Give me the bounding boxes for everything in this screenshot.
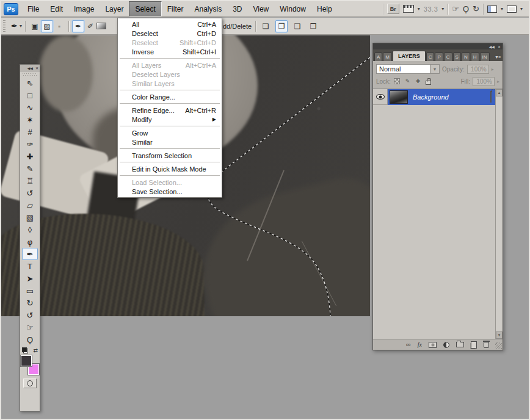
chevron-down-icon[interactable]: ▾: [20, 23, 22, 29]
launch-bridge-button[interactable]: Br: [387, 4, 399, 14]
tool-spot-healing[interactable]: ✚: [22, 150, 38, 162]
add-to-path-area-button[interactable]: ❏: [260, 20, 272, 32]
arrange-documents-icon[interactable]: [487, 5, 497, 13]
add-layer-mask-icon[interactable]: [429, 342, 437, 348]
menu-item-grow[interactable]: Grow: [118, 128, 221, 137]
zoom-tool-icon[interactable]: Ϙ: [463, 5, 469, 13]
tool-clone-stamp[interactable]: ♖: [22, 175, 38, 187]
screen-mode-icon[interactable]: [507, 5, 517, 13]
panel-tab-a[interactable]: A: [374, 52, 382, 61]
menu-analysis[interactable]: Analysis: [189, 1, 227, 16]
layer-thumbnail[interactable]: [390, 90, 408, 104]
freeform-pen-tool-button[interactable]: ✐: [84, 20, 96, 32]
scroll-up-icon[interactable]: ▲: [496, 89, 503, 96]
foreground-color-swatch[interactable]: [21, 355, 32, 366]
menu-image[interactable]: Image: [68, 1, 100, 16]
shape-layers-mode-button[interactable]: ▣: [29, 20, 41, 32]
auto-add-delete-label[interactable]: dd/Delete: [223, 23, 252, 30]
lock-image-icon[interactable]: ✎: [404, 78, 412, 85]
menu-view[interactable]: View: [247, 1, 274, 16]
blend-mode-select[interactable]: Normal ▾: [376, 64, 440, 74]
delete-layer-icon[interactable]: [484, 342, 489, 348]
fill-spinner-icon[interactable]: ▸: [497, 79, 499, 84]
tool-type[interactable]: T: [22, 260, 38, 272]
menu-item-load-selection[interactable]: Load Selection...: [118, 178, 221, 187]
close-icon[interactable]: ✕: [35, 66, 38, 70]
menu-layer[interactable]: Layer: [100, 1, 129, 16]
menu-item-all[interactable]: AllCtrl+A: [118, 20, 221, 29]
tool-history-brush[interactable]: ↺: [22, 187, 38, 199]
paths-mode-button[interactable]: ▨: [41, 20, 53, 32]
tool-gradient[interactable]: ▧: [22, 211, 38, 223]
tools-palette-grip[interactable]: [23, 73, 37, 76]
panel-tab-m[interactable]: M: [383, 52, 392, 61]
close-icon[interactable]: ✕: [498, 45, 501, 49]
chevron-down-icon[interactable]: ▾: [418, 6, 420, 12]
menu-item-color-range[interactable]: Color Range...: [118, 92, 221, 101]
link-layers-icon[interactable]: ∞: [406, 341, 411, 348]
default-colors-icon[interactable]: [22, 347, 28, 353]
panel-tab-c[interactable]: C: [444, 52, 452, 61]
tool-zoom[interactable]: Ϙ: [22, 333, 38, 346]
panel-menu-icon[interactable]: ▼≡: [493, 55, 501, 61]
panel-tab-p[interactable]: P: [435, 52, 443, 61]
opacity-value-field[interactable]: 100%: [467, 65, 489, 74]
menu-item-similar-layers[interactable]: Similar Layers: [118, 79, 221, 88]
rotate-view-icon[interactable]: ↻: [473, 5, 479, 13]
chevron-down-icon[interactable]: ▾: [501, 6, 503, 12]
panel-tab-in[interactable]: IN: [480, 52, 490, 61]
panel-tab-h[interactable]: H: [471, 52, 479, 61]
menu-select[interactable]: Select: [129, 1, 161, 16]
tool-lasso[interactable]: ∿: [22, 101, 38, 114]
options-bar-grip[interactable]: [3, 20, 5, 32]
subtract-from-path-area-button[interactable]: ❐: [275, 20, 288, 32]
panel-tab-c[interactable]: C: [426, 52, 435, 61]
tool-shape[interactable]: ▭: [22, 284, 38, 297]
menu-item-similar[interactable]: Similar: [118, 137, 221, 147]
tool-path-selection[interactable]: ➤: [22, 272, 38, 284]
scroll-down-icon[interactable]: ▼: [496, 331, 503, 339]
exclude-path-areas-button[interactable]: ❒: [307, 20, 319, 32]
pen-tool-preset-icon[interactable]: ✒: [9, 21, 20, 31]
menu-window[interactable]: Window: [274, 1, 311, 16]
photoshop-logo[interactable]: Ps: [4, 3, 18, 15]
lock-transparency-icon[interactable]: [393, 78, 401, 85]
chevron-down-icon[interactable]: ▾: [430, 65, 439, 73]
fill-pixels-mode-button[interactable]: ▪: [53, 20, 65, 32]
layer-row-main[interactable]: Background: [388, 89, 495, 105]
menu-item-edit-in-quick-mask-mode[interactable]: Edit in Quick Mask Mode: [118, 164, 221, 173]
hand-tool-icon[interactable]: ☞: [452, 5, 459, 13]
tool-pen[interactable]: ✒: [22, 248, 38, 260]
menu-help[interactable]: Help: [311, 1, 338, 16]
menu-item-inverse[interactable]: InverseShift+Ctrl+I: [118, 47, 221, 56]
layer-row-background[interactable]: Background: [373, 89, 495, 105]
menu-item-all-layers[interactable]: All LayersAlt+Ctrl+A: [118, 60, 221, 70]
tool-marquee[interactable]: □: [22, 89, 38, 101]
pen-tool-button[interactable]: ✒: [72, 20, 84, 32]
menu-filter[interactable]: Filter: [162, 1, 189, 16]
collapse-panel-icon[interactable]: ◀◀: [27, 66, 33, 70]
menu-item-transform-selection[interactable]: Transform Selection: [118, 151, 221, 160]
tool-3d-rotate[interactable]: ↻: [22, 297, 38, 309]
menu-item-save-selection[interactable]: Save Selection...: [118, 187, 221, 196]
chevron-down-icon[interactable]: ▾: [520, 6, 523, 12]
menu-item-refine-edge[interactable]: Refine Edge...Alt+Ctrl+R: [118, 106, 221, 115]
panel-resize-grip[interactable]: [495, 342, 502, 349]
new-layer-icon[interactable]: [471, 341, 477, 349]
tool-hand[interactable]: ☞: [22, 321, 38, 333]
tool-brush[interactable]: ✎: [22, 162, 38, 175]
tool-blur[interactable]: ◊: [22, 223, 38, 236]
panel-tab-s[interactable]: S: [453, 52, 461, 61]
menu-file[interactable]: File: [22, 1, 45, 16]
layer-visibility-toggle[interactable]: [373, 89, 388, 105]
panel-tab-n[interactable]: N: [462, 52, 470, 61]
layer-style-icon[interactable]: fx: [418, 341, 422, 348]
tool-crop[interactable]: #: [22, 126, 38, 138]
collapse-panel-icon[interactable]: ◀◀: [489, 45, 495, 49]
menu-3d[interactable]: 3D: [227, 1, 247, 16]
tool-eyedropper[interactable]: ✑: [22, 138, 38, 150]
adjustment-layer-icon[interactable]: [443, 342, 449, 348]
menu-edit[interactable]: Edit: [45, 1, 68, 16]
menu-item-deselect[interactable]: DeselectCtrl+D: [118, 29, 221, 38]
shape-style-icon[interactable]: [96, 23, 106, 29]
